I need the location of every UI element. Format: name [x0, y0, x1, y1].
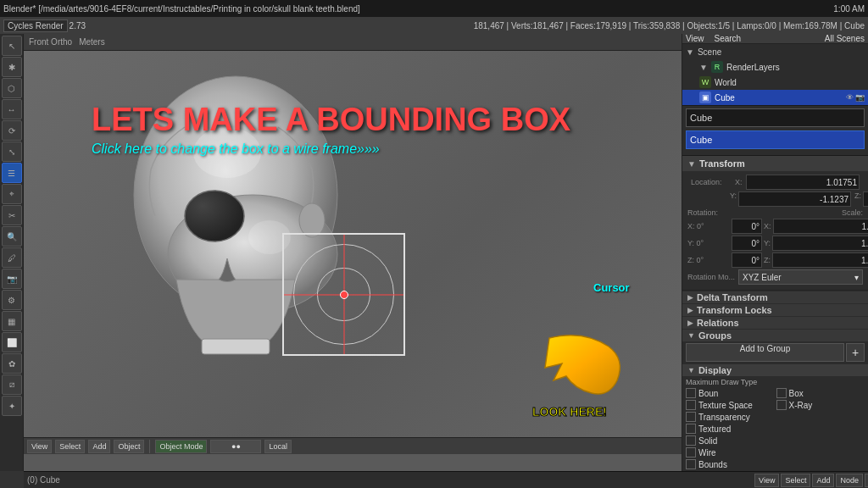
cb-xray-box[interactable]	[776, 400, 787, 410]
y-label: Y: 0°	[687, 239, 730, 247]
cb-ts-box[interactable]	[686, 400, 696, 410]
units-label: Meters	[79, 37, 105, 47]
scale-x[interactable]	[773, 219, 868, 234]
tool-icon-17[interactable]: ⧄	[2, 374, 22, 395]
location-z[interactable]	[863, 191, 868, 207]
tool-icon-14[interactable]: ▦	[2, 311, 22, 331]
vp-object-btn[interactable]: Object	[114, 440, 144, 453]
cb-transparency[interactable]: Transparency	[686, 412, 775, 422]
cb-texture-space[interactable]: Texture Space	[686, 400, 775, 410]
cb-transp-label: Transparency	[698, 413, 750, 422]
bounding-center-dot	[340, 291, 348, 299]
cb-wire[interactable]: Wire	[686, 447, 775, 458]
tutorial-subtitle: Click here to change the box to a wire f…	[92, 141, 570, 157]
3d-viewport[interactable]: View Search All Scenes ▼ Scene ▼ R Rende…	[24, 34, 868, 471]
cb-boun-box[interactable]	[686, 388, 696, 398]
tool-icon-1[interactable]: ↖	[2, 36, 22, 56]
cb-box-box[interactable]	[776, 388, 787, 398]
tool-icon-2[interactable]: ✱	[2, 57, 22, 77]
scale-z[interactable]	[772, 252, 868, 268]
tutorial-title-overlay: LETS MAKE A BOUNDING BOX Click here to c…	[92, 102, 570, 157]
bottom-new-btn[interactable]: New	[865, 474, 868, 487]
n-tab-view[interactable]: View	[686, 34, 704, 43]
n-panel-tabs: View Search All Scenes	[682, 34, 868, 44]
svg-rect-2	[202, 339, 270, 354]
cb-textured-box[interactable]	[686, 424, 696, 434]
tool-icon-5[interactable]: ⟳	[2, 120, 22, 141]
object-name-field-1[interactable]	[686, 108, 865, 127]
transform-arrow: ▼	[687, 159, 696, 169]
tree-renderlayers-label: RenderLayers	[726, 63, 780, 72]
bottom-add-btn[interactable]: Add	[812, 474, 834, 487]
transform-locks-header[interactable]: ▶ Transform Locks	[682, 303, 868, 316]
tool-icon-4[interactable]: ↔	[2, 99, 22, 119]
tool-icon-9[interactable]: ✂	[2, 205, 22, 225]
location-y[interactable]	[738, 191, 851, 207]
cb-solid[interactable]: Solid	[686, 435, 775, 446]
tool-icon-3[interactable]: ⬡	[2, 78, 22, 98]
vp-add-btn[interactable]: Add	[88, 440, 110, 453]
tool-icon-18[interactable]: ✦	[2, 396, 22, 416]
cb-wire-box[interactable]	[686, 447, 696, 458]
cb-bounds-box[interactable]	[686, 459, 696, 469]
tool-icon-6[interactable]: ⤡	[2, 141, 22, 162]
cb-textured[interactable]: Textured	[686, 424, 775, 434]
tool-icon-15[interactable]: ⬜	[2, 332, 22, 352]
cb-solid-box[interactable]	[686, 435, 696, 446]
n-tab-search[interactable]: Search	[715, 34, 742, 43]
vp-select-btn[interactable]: Select	[55, 440, 85, 453]
cb-box[interactable]: Box	[776, 388, 865, 398]
delta-transform-header[interactable]: ▶ Delta Transform	[682, 291, 868, 303]
rot-scale-header: Rotation: Scale:	[687, 208, 863, 217]
tool-icon-13[interactable]: ⚙	[2, 290, 22, 310]
tree-render-icon[interactable]: 📷	[855, 93, 865, 102]
cb-wire-label: Wire	[698, 448, 716, 458]
display-section-header[interactable]: ▼ Display	[682, 363, 868, 376]
bottom-node-btn[interactable]: Node	[836, 474, 863, 487]
tool-icon-7[interactable]: ☰	[2, 163, 22, 183]
transform-header[interactable]: ▼ Transform	[682, 156, 868, 171]
tree-scene[interactable]: ▼ Scene	[682, 44, 868, 59]
rot-y[interactable]	[732, 236, 762, 251]
bottom-view-btn[interactable]: View	[754, 474, 779, 487]
object-name-field-2[interactable]	[686, 130, 865, 149]
rot-z[interactable]	[732, 252, 762, 268]
rot-x[interactable]	[732, 219, 762, 234]
rot-mode-dropdown[interactable]: XYZ Euler ▾	[738, 269, 863, 285]
add-group-row: Add to Group +	[682, 341, 868, 363]
cb-bounds[interactable]: Bounds	[686, 459, 775, 469]
tree-cube[interactable]: ▣ Cube 👁 📷	[682, 90, 868, 105]
tree-world[interactable]: W World	[682, 75, 868, 90]
viewport-display-dots[interactable]: ●●	[210, 440, 261, 453]
svg-point-3	[185, 191, 244, 241]
tool-icon-12[interactable]: 📷	[2, 269, 22, 289]
obj-mode-btn[interactable]: Object Mode	[155, 440, 207, 453]
n-tab-all-scenes[interactable]: All Scenes	[825, 34, 865, 43]
cb-bounds-label: Bounds	[698, 460, 727, 469]
cb-boun[interactable]: Boun	[686, 388, 775, 398]
svg-point-6	[299, 203, 325, 237]
cursor-label: Cursor	[593, 281, 630, 294]
groups-header[interactable]: ▼ Groups	[682, 329, 868, 341]
tool-icon-10[interactable]: 🔍	[2, 226, 22, 247]
vp-view-btn[interactable]: View	[27, 440, 52, 453]
add-group-plus[interactable]: +	[846, 343, 865, 362]
local-btn[interactable]: Local	[264, 440, 292, 453]
empty-cell	[776, 424, 865, 430]
location-x[interactable]	[746, 175, 860, 190]
scale-y[interactable]	[772, 236, 868, 251]
scale-label: Scale:	[732, 208, 863, 217]
relations-header[interactable]: ▶ Relations	[682, 316, 868, 329]
z-label: Z: 0°	[687, 256, 730, 264]
tool-icon-16[interactable]: ✿	[2, 353, 22, 374]
tutorial-title: LETS MAKE A BOUNDING BOX	[92, 102, 570, 138]
tree-visibility-icon[interactable]: 👁	[846, 93, 854, 102]
tool-icon-11[interactable]: 🖊	[2, 247, 22, 268]
add-to-group-btn[interactable]: Add to Group	[686, 343, 844, 362]
cb-transp-box[interactable]	[686, 412, 696, 422]
cb-xray[interactable]: X-Ray	[776, 400, 865, 410]
tree-renderlayers[interactable]: ▼ R RenderLayers	[682, 59, 868, 75]
tool-icon-8[interactable]: ⌖	[2, 184, 22, 204]
tree-arrow-scene: ▼	[686, 47, 694, 57]
bottom-select-btn[interactable]: Select	[781, 474, 810, 487]
